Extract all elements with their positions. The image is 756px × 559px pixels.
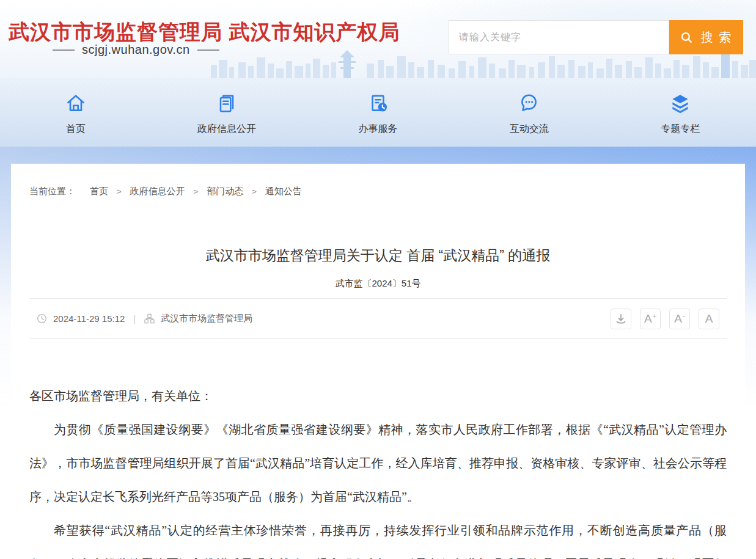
breadcrumb-item-gov-info[interactable]: 政府信息公开 xyxy=(130,186,185,197)
font-decrease-sup: - xyxy=(683,313,685,320)
nav-label: 互动交流 xyxy=(510,123,549,136)
breadcrumb-separator: > xyxy=(194,187,199,196)
breadcrumb-item-notices[interactable]: 通知公告 xyxy=(265,186,302,197)
font-increase-sup: + xyxy=(653,313,656,320)
download-button[interactable] xyxy=(611,309,631,329)
font-reset-button[interactable]: A xyxy=(699,309,719,329)
nav-item-services[interactable]: 办事服务 xyxy=(303,78,453,147)
download-icon xyxy=(615,313,627,325)
source-org-icon xyxy=(144,313,155,324)
search-button[interactable]: 搜 索 xyxy=(669,20,743,54)
chat-icon xyxy=(518,92,541,115)
paragraph-salutation: 各区市场监督管理局，有关单位： xyxy=(29,379,727,413)
font-decrease-label: A xyxy=(674,313,682,324)
article-toolbar: A+ A- A xyxy=(611,309,719,329)
nav-item-gov-info[interactable]: 政府信息公开 xyxy=(151,78,302,147)
font-decrease-button[interactable]: A- xyxy=(669,309,690,329)
search-icon xyxy=(680,31,693,44)
site-domain: scjgj.wuhan.gov.cn xyxy=(53,43,219,57)
nav-label: 办事服务 xyxy=(359,123,398,136)
breadcrumb-item-home[interactable]: 首页 xyxy=(90,186,108,197)
article-meta-bar: 2024-11-29 15:12 | 武汉市市场监督管理局 A+ A- xyxy=(29,298,727,339)
breadcrumb-separator: > xyxy=(117,187,122,196)
meta-divider: | xyxy=(133,314,136,324)
article-title: 武汉市市场监督管理局关于认定 首届 “武汉精品” 的通报 xyxy=(29,246,727,265)
clock-icon xyxy=(37,313,47,324)
paragraph-closing: 希望获得“武汉精品”认定的经营主体珍惜荣誉，再接再厉，持续发挥行业引领和品牌示范… xyxy=(29,514,727,559)
domain-dash-right xyxy=(197,49,219,51)
font-increase-button[interactable]: A+ xyxy=(640,309,661,329)
nav-item-home[interactable]: 首页 xyxy=(0,78,151,147)
breadcrumb: 当前位置： 首页 > 政府信息公开 > 部门动态 > 通知公告 xyxy=(29,186,727,197)
publish-time: 2024-11-29 15:12 xyxy=(53,313,125,324)
breadcrumb-item-dept-news[interactable]: 部门动态 xyxy=(207,186,243,197)
site-header: 武汉市市场监督管理局 武汉市知识产权局 scjgj.wuhan.gov.cn 搜… xyxy=(0,0,756,78)
paragraph-main: 为贯彻《质量强国建设纲要》《湖北省质量强省建设纲要》精神，落实市人民政府工作部署… xyxy=(29,413,727,514)
layers-icon xyxy=(669,92,692,115)
gov-info-icon xyxy=(215,92,238,115)
domain-dash-left xyxy=(53,49,75,51)
nav-item-interaction[interactable]: 互动交流 xyxy=(453,78,604,147)
article-source: 武汉市市场监督管理局 xyxy=(161,313,252,324)
nav-label: 专题专栏 xyxy=(661,123,700,136)
content-card: 当前位置： 首页 > 政府信息公开 > 部门动态 > 通知公告 武汉市市场监督管… xyxy=(11,164,745,559)
service-icon xyxy=(367,92,390,115)
search-input[interactable] xyxy=(449,20,669,54)
site-domain-text: scjgj.wuhan.gov.cn xyxy=(82,43,190,57)
article-body: 各区市场监督管理局，有关单位： 为贯彻《质量强国建设纲要》《湖北省质量强省建设纲… xyxy=(29,379,727,559)
nav-item-special-topics[interactable]: 专题专栏 xyxy=(605,78,756,147)
search-button-label: 搜 索 xyxy=(701,29,733,46)
document-number: 武市监〔2024〕51号 xyxy=(29,278,727,290)
nav-label: 首页 xyxy=(66,123,86,136)
breadcrumb-separator: > xyxy=(252,187,257,196)
nav-label: 政府信息公开 xyxy=(197,123,256,136)
home-icon xyxy=(64,92,87,115)
main-nav: 首页 政府信息公开 办事服务 互动交流 专题 xyxy=(0,78,756,147)
font-reset-label: A xyxy=(705,313,713,324)
font-increase-label: A xyxy=(644,313,652,324)
page-background: 当前位置： 首页 > 政府信息公开 > 部门动态 > 通知公告 武汉市市场监督管… xyxy=(0,147,756,559)
site-search: 搜 索 xyxy=(449,20,743,54)
article-meta: 2024-11-29 15:12 | 武汉市市场监督管理局 xyxy=(37,313,252,324)
breadcrumb-prefix: 当前位置： xyxy=(29,186,75,197)
